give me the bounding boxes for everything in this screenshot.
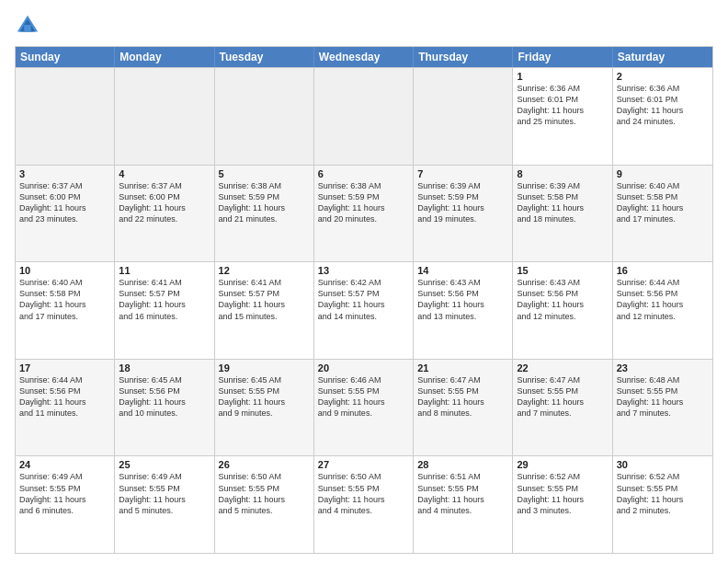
day-cell-1: 1Sunrise: 6:36 AM Sunset: 6:01 PM Daylig…: [513, 68, 612, 165]
day-number-21: 21: [417, 362, 508, 373]
header-day-saturday: Saturday: [613, 47, 712, 67]
day-cell-2: 2Sunrise: 6:36 AM Sunset: 6:01 PM Daylig…: [613, 68, 712, 165]
header-day-thursday: Thursday: [414, 47, 513, 67]
day-number-28: 28: [417, 459, 508, 470]
day-cell-27: 27Sunrise: 6:50 AM Sunset: 5:55 PM Dayli…: [314, 456, 414, 553]
day-cell-23: 23Sunrise: 6:48 AM Sunset: 5:55 PM Dayli…: [613, 360, 712, 456]
day-number-6: 6: [318, 168, 409, 179]
day-number-14: 14: [417, 265, 508, 276]
day-cell-24: 24Sunrise: 6:49 AM Sunset: 5:55 PM Dayli…: [16, 456, 115, 553]
week-row-1: 1Sunrise: 6:36 AM Sunset: 6:01 PM Daylig…: [16, 67, 712, 165]
day-number-23: 23: [617, 362, 709, 373]
day-cell-7: 7Sunrise: 6:39 AM Sunset: 5:59 PM Daylig…: [414, 166, 513, 262]
day-number-13: 13: [318, 265, 409, 276]
day-cell-30: 30Sunrise: 6:52 AM Sunset: 5:55 PM Dayli…: [613, 456, 712, 553]
day-number-2: 2: [617, 71, 709, 82]
day-cell-10: 10Sunrise: 6:40 AM Sunset: 5:58 PM Dayli…: [16, 262, 115, 359]
day-info-20: Sunrise: 6:46 AM Sunset: 5:55 PM Dayligh…: [318, 374, 409, 419]
day-info-6: Sunrise: 6:38 AM Sunset: 5:59 PM Dayligh…: [318, 180, 409, 225]
day-cell-15: 15Sunrise: 6:43 AM Sunset: 5:56 PM Dayli…: [513, 262, 612, 359]
day-cell-5: 5Sunrise: 6:38 AM Sunset: 5:59 PM Daylig…: [215, 166, 314, 262]
day-cell-29: 29Sunrise: 6:52 AM Sunset: 5:55 PM Dayli…: [513, 456, 612, 553]
day-number-7: 7: [417, 168, 508, 179]
day-info-23: Sunrise: 6:48 AM Sunset: 5:55 PM Dayligh…: [617, 374, 709, 419]
day-info-25: Sunrise: 6:49 AM Sunset: 5:55 PM Dayligh…: [119, 471, 210, 516]
day-number-17: 17: [19, 362, 110, 373]
day-cell-11: 11Sunrise: 6:41 AM Sunset: 5:57 PM Dayli…: [115, 262, 214, 359]
day-info-28: Sunrise: 6:51 AM Sunset: 5:55 PM Dayligh…: [417, 471, 508, 516]
day-cell-9: 9Sunrise: 6:40 AM Sunset: 5:58 PM Daylig…: [613, 166, 712, 262]
day-info-14: Sunrise: 6:43 AM Sunset: 5:56 PM Dayligh…: [417, 277, 508, 322]
day-info-7: Sunrise: 6:39 AM Sunset: 5:59 PM Dayligh…: [417, 180, 508, 225]
day-info-15: Sunrise: 6:43 AM Sunset: 5:56 PM Dayligh…: [517, 277, 608, 322]
day-cell-18: 18Sunrise: 6:45 AM Sunset: 5:56 PM Dayli…: [115, 360, 214, 456]
day-info-17: Sunrise: 6:44 AM Sunset: 5:56 PM Dayligh…: [19, 374, 110, 419]
day-cell-8: 8Sunrise: 6:39 AM Sunset: 5:58 PM Daylig…: [513, 166, 612, 262]
day-info-8: Sunrise: 6:39 AM Sunset: 5:58 PM Dayligh…: [517, 180, 608, 225]
day-cell-16: 16Sunrise: 6:44 AM Sunset: 5:56 PM Dayli…: [613, 262, 712, 359]
calendar-body: 1Sunrise: 6:36 AM Sunset: 6:01 PM Daylig…: [16, 67, 712, 553]
header-day-friday: Friday: [513, 47, 612, 67]
day-info-10: Sunrise: 6:40 AM Sunset: 5:58 PM Dayligh…: [19, 277, 110, 322]
day-info-9: Sunrise: 6:40 AM Sunset: 5:58 PM Dayligh…: [617, 180, 709, 225]
day-info-16: Sunrise: 6:44 AM Sunset: 5:56 PM Dayligh…: [617, 277, 709, 322]
day-info-12: Sunrise: 6:41 AM Sunset: 5:57 PM Dayligh…: [219, 277, 310, 322]
day-number-11: 11: [119, 265, 210, 276]
day-cell-28: 28Sunrise: 6:51 AM Sunset: 5:55 PM Dayli…: [414, 456, 513, 553]
day-info-11: Sunrise: 6:41 AM Sunset: 5:57 PM Dayligh…: [119, 277, 210, 322]
day-number-8: 8: [517, 168, 608, 179]
day-number-1: 1: [517, 71, 608, 82]
day-number-29: 29: [517, 459, 608, 470]
day-info-30: Sunrise: 6:52 AM Sunset: 5:55 PM Dayligh…: [617, 471, 709, 516]
day-cell-17: 17Sunrise: 6:44 AM Sunset: 5:56 PM Dayli…: [16, 360, 115, 456]
header-day-wednesday: Wednesday: [314, 47, 414, 67]
day-cell-26: 26Sunrise: 6:50 AM Sunset: 5:55 PM Dayli…: [215, 456, 314, 553]
day-info-4: Sunrise: 6:37 AM Sunset: 6:00 PM Dayligh…: [119, 180, 210, 225]
day-number-5: 5: [219, 168, 310, 179]
day-number-4: 4: [119, 168, 210, 179]
empty-cell-w1-d2: [215, 68, 314, 165]
logo: [15, 13, 44, 39]
calendar: SundayMondayTuesdayWednesdayThursdayFrid…: [15, 46, 713, 554]
day-number-27: 27: [318, 459, 409, 470]
day-info-1: Sunrise: 6:36 AM Sunset: 6:01 PM Dayligh…: [517, 83, 608, 128]
day-info-13: Sunrise: 6:42 AM Sunset: 5:57 PM Dayligh…: [318, 277, 409, 322]
week-row-2: 3Sunrise: 6:37 AM Sunset: 6:00 PM Daylig…: [16, 165, 712, 262]
header-day-tuesday: Tuesday: [215, 47, 314, 67]
calendar-header: SundayMondayTuesdayWednesdayThursdayFrid…: [16, 47, 712, 67]
day-info-19: Sunrise: 6:45 AM Sunset: 5:55 PM Dayligh…: [219, 374, 310, 419]
empty-cell-w1-d0: [16, 68, 115, 165]
day-cell-19: 19Sunrise: 6:45 AM Sunset: 5:55 PM Dayli…: [215, 360, 314, 456]
day-info-29: Sunrise: 6:52 AM Sunset: 5:55 PM Dayligh…: [517, 471, 608, 516]
svg-rect-2: [24, 25, 30, 31]
empty-cell-w1-d4: [414, 68, 513, 165]
day-cell-20: 20Sunrise: 6:46 AM Sunset: 5:55 PM Dayli…: [314, 360, 414, 456]
day-cell-6: 6Sunrise: 6:38 AM Sunset: 5:59 PM Daylig…: [314, 166, 414, 262]
day-number-3: 3: [19, 168, 110, 179]
empty-cell-w1-d1: [115, 68, 214, 165]
day-number-26: 26: [219, 459, 310, 470]
day-number-25: 25: [119, 459, 210, 470]
day-cell-25: 25Sunrise: 6:49 AM Sunset: 5:55 PM Dayli…: [115, 456, 214, 553]
day-number-10: 10: [19, 265, 110, 276]
day-number-19: 19: [219, 362, 310, 373]
day-number-30: 30: [617, 459, 709, 470]
empty-cell-w1-d3: [314, 68, 414, 165]
day-cell-21: 21Sunrise: 6:47 AM Sunset: 5:55 PM Dayli…: [414, 360, 513, 456]
day-number-15: 15: [517, 265, 608, 276]
day-info-22: Sunrise: 6:47 AM Sunset: 5:55 PM Dayligh…: [517, 374, 608, 419]
day-number-22: 22: [517, 362, 608, 373]
day-cell-14: 14Sunrise: 6:43 AM Sunset: 5:56 PM Dayli…: [414, 262, 513, 359]
day-info-2: Sunrise: 6:36 AM Sunset: 6:01 PM Dayligh…: [617, 83, 709, 128]
week-row-3: 10Sunrise: 6:40 AM Sunset: 5:58 PM Dayli…: [16, 261, 712, 359]
day-info-3: Sunrise: 6:37 AM Sunset: 6:00 PM Dayligh…: [19, 180, 110, 225]
day-info-18: Sunrise: 6:45 AM Sunset: 5:56 PM Dayligh…: [119, 374, 210, 419]
day-info-27: Sunrise: 6:50 AM Sunset: 5:55 PM Dayligh…: [318, 471, 409, 516]
day-number-16: 16: [617, 265, 709, 276]
day-number-9: 9: [617, 168, 709, 179]
day-number-24: 24: [19, 459, 110, 470]
header: [15, 13, 713, 39]
day-cell-13: 13Sunrise: 6:42 AM Sunset: 5:57 PM Dayli…: [314, 262, 414, 359]
week-row-5: 24Sunrise: 6:49 AM Sunset: 5:55 PM Dayli…: [16, 455, 712, 553]
day-info-5: Sunrise: 6:38 AM Sunset: 5:59 PM Dayligh…: [219, 180, 310, 225]
